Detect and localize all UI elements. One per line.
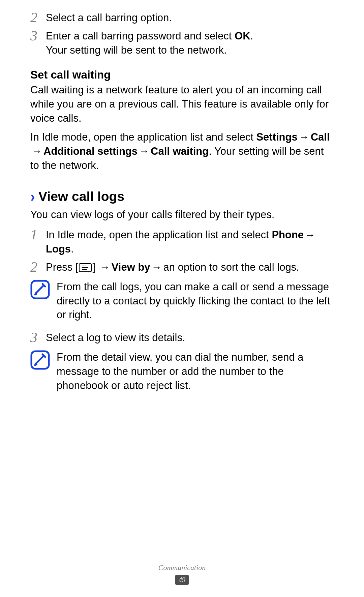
bold-ok: OK <box>235 30 250 42</box>
note-icon <box>30 280 50 299</box>
step-number: 1 <box>30 227 46 242</box>
note-block: From the detail view, you can dial the n… <box>30 350 334 393</box>
step-number: 2 <box>30 260 46 274</box>
note-text: From the detail view, you can dial the n… <box>57 350 334 393</box>
text-fragment: In Idle mode, open the application list … <box>30 131 256 143</box>
chevron-right-icon: › <box>30 190 35 204</box>
bold-path: Call <box>311 131 330 143</box>
step-text: Select a call barring option. <box>46 10 334 25</box>
arrow-icon: → <box>98 260 112 274</box>
arrow-icon: → <box>30 144 43 158</box>
bold-view-by: View by <box>112 261 150 273</box>
step-3-logs: 3 Select a log to view its details. <box>30 330 334 345</box>
bold-path: Settings <box>256 131 297 143</box>
subheading-call-waiting: Set call waiting <box>30 67 334 83</box>
step-number: 3 <box>30 330 46 345</box>
step-2-logs: 2 Press [] → View by → an option to sort… <box>30 260 334 274</box>
heading-text: View call logs <box>38 188 124 206</box>
step-text: Enter a call barring password and select… <box>46 28 334 57</box>
step-1-logs: 1 In Idle mode, open the application lis… <box>30 227 334 256</box>
text-fragment: Enter a call barring password and select <box>46 30 235 42</box>
bold-path: Call waiting <box>151 145 209 157</box>
step-2-barring: 2 Select a call barring option. <box>30 10 334 25</box>
paragraph: You can view logs of your calls filtered… <box>30 208 334 222</box>
note-text: From the call logs, you can make a call … <box>57 280 334 322</box>
note-icon <box>30 350 50 370</box>
bold-path: Additional settings <box>43 145 138 157</box>
text-fragment: . <box>250 30 253 42</box>
text-fragment: ] <box>92 261 98 273</box>
section-heading-view-call-logs: › View call logs <box>30 188 334 206</box>
footer-section-name: Communication <box>0 563 364 573</box>
step-text: In Idle mode, open the application list … <box>46 227 334 256</box>
step-number: 2 <box>30 10 46 25</box>
step-3-barring: 3 Enter a call barring password and sele… <box>30 28 334 57</box>
note-block: From the call logs, you can make a call … <box>30 280 334 322</box>
page-footer: Communication 49 <box>0 563 364 585</box>
text-fragment: Press [ <box>46 261 78 273</box>
bold-path: Phone <box>272 229 304 241</box>
paragraph: Call waiting is a network feature to ale… <box>30 83 334 125</box>
step-text: Select a log to view its details. <box>46 330 334 345</box>
arrow-icon: → <box>298 130 311 144</box>
page-number-badge: 49 <box>175 575 189 585</box>
paragraph: In Idle mode, open the application list … <box>30 130 334 173</box>
manual-page: 2 Select a call barring option. 3 Enter … <box>0 0 364 597</box>
text-fragment: Your setting will be sent to the network… <box>46 44 227 56</box>
text-fragment: In Idle mode, open the application list … <box>46 229 272 241</box>
step-text: Press [] → View by → an option to sort t… <box>46 260 334 274</box>
arrow-icon: → <box>138 144 151 158</box>
arrow-icon: → <box>150 260 163 274</box>
bold-path: Logs <box>46 243 71 255</box>
menu-lines-icon <box>82 266 88 270</box>
text-fragment: an option to sort the call logs. <box>163 261 299 273</box>
arrow-icon: → <box>304 228 317 242</box>
text-fragment: . <box>71 243 74 255</box>
step-number: 3 <box>30 28 46 43</box>
menu-key-icon <box>79 263 92 272</box>
